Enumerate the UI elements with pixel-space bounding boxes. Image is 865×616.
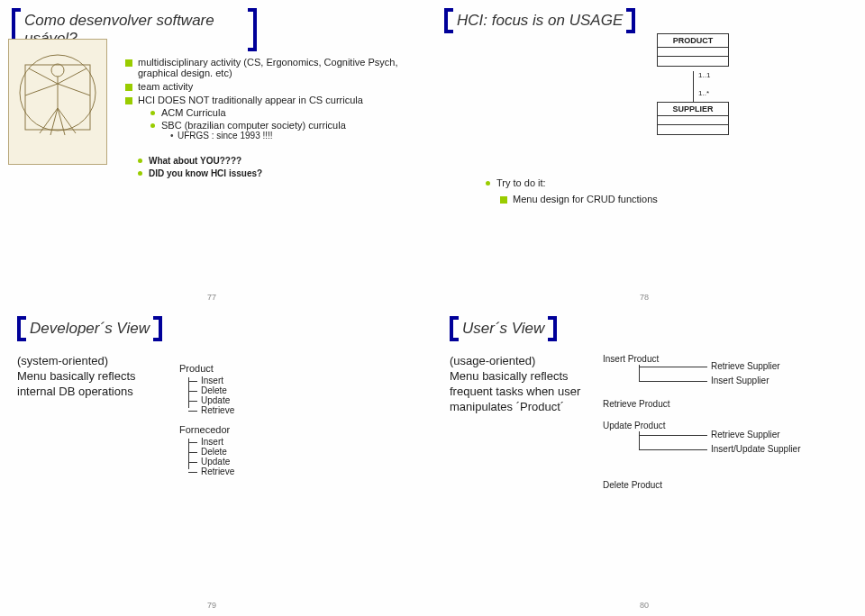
tree-node: Update Product	[603, 421, 666, 430]
tree-line	[639, 367, 707, 367]
tree-node: Retrieve Supplier	[711, 361, 780, 371]
svg-point-2	[51, 64, 64, 77]
svg-line-5	[58, 68, 86, 84]
tree-node: Retrieve Supplier	[711, 430, 780, 439]
svg-line-10	[50, 108, 58, 135]
tree-root: Fornecedor	[179, 424, 234, 435]
bullet-text: UFRGS : since 1993 !!!!	[178, 131, 273, 140]
slide-4: User´s View (usage-oriented) Menu basica…	[432, 308, 865, 616]
slide-3: Developer´s View (system-oriented) Menu …	[0, 308, 432, 616]
slide-title: HCI: focus is on USAGE	[450, 12, 630, 30]
tree-node: Insert Supplier	[711, 376, 769, 385]
tree-node: Retrieve Product	[603, 399, 669, 409]
bullet-text: multidisciplinary activity (CS, Ergonomi…	[138, 57, 398, 78]
menu-tree: Insert Product Retrieve Supplier Insert …	[603, 354, 837, 516]
bullet-text: SBC (brazilian computer society) curricu…	[161, 120, 346, 131]
bullet-item: HCI DOES NOT traditionally appear in CS …	[125, 95, 415, 140]
tree-node: Retrieve	[188, 405, 234, 415]
page-number: 78	[640, 293, 649, 302]
svg-line-11	[58, 108, 65, 135]
bullet-item: UFRGS : since 1993 !!!!	[170, 131, 415, 140]
bullet-text: Menu design for CRUD functions	[513, 194, 658, 204]
bullet-text: team activity	[138, 81, 193, 92]
svg-line-6	[25, 84, 58, 95]
tree-line	[639, 449, 707, 450]
tree-root: Product	[179, 363, 234, 374]
bullet-item: team activity	[125, 81, 415, 92]
bullet-text: Try to do it:	[496, 177, 546, 188]
bracket-right	[626, 8, 635, 33]
bullet-item: SBC (brazilian computer society) curricu…	[150, 120, 415, 140]
slide-2: HCI: focus is on USAGE PRODUCT 1..1 1..*…	[432, 0, 865, 308]
uml-class-name: PRODUCT	[658, 34, 728, 48]
uml-supplier-box: SUPPLIER	[657, 102, 729, 135]
menu-tree: Product Insert Delete Update Retrieve Fo…	[179, 363, 234, 476]
tree-line	[639, 381, 707, 382]
bracket-right	[248, 8, 257, 51]
tree-node: Retrieve	[188, 467, 234, 476]
bullet-list: multidisciplinary activity (CS, Ergonomi…	[125, 57, 415, 140]
page-number: 79	[207, 601, 216, 610]
bullet-text: DID you know HCI issues?	[149, 168, 262, 178]
tree-node: Insert	[188, 376, 234, 385]
uml-association-line	[693, 71, 694, 102]
uml-cardinality: 1..1	[698, 71, 710, 79]
bullet-item: Try to do it: Menu design for CRUD funct…	[486, 177, 848, 204]
tree-node: Delete	[188, 447, 234, 457]
tree-node: Update	[188, 395, 234, 405]
bullet-text: ACM Curricula	[161, 107, 226, 118]
bracket-left	[444, 8, 453, 33]
svg-line-7	[58, 84, 90, 95]
vitruvian-icon	[13, 43, 103, 160]
tree-node: Delete Product	[603, 480, 662, 490]
slide-1: Como desenvolver software usável? multid…	[0, 0, 432, 308]
tree-line	[639, 435, 707, 436]
page-number: 77	[207, 293, 216, 302]
uml-class-name: SUPPLIER	[658, 103, 728, 116]
bullet-item: multidisciplinary activity (CS, Ergonomi…	[125, 57, 415, 78]
description-text: (usage-oriented) Menu basically reflects…	[450, 354, 594, 415]
tree-node: Insert	[188, 437, 234, 447]
bullet-item: Menu design for CRUD functions	[500, 194, 848, 204]
bracket-right	[548, 316, 557, 341]
vitruvian-image	[8, 39, 107, 165]
bullet-item: DID you know HCI issues?	[138, 168, 415, 178]
description-text: (system-oriented) Menu basically reflect…	[17, 354, 170, 400]
uml-cardinality: 1..*	[698, 89, 709, 97]
tree-node: Delete	[188, 385, 234, 395]
slide-title: User´s View	[455, 320, 551, 338]
svg-line-4	[29, 68, 58, 84]
tree-node: Update	[188, 457, 234, 467]
title-wrap: Developer´s View	[23, 320, 157, 338]
bracket-right	[153, 316, 162, 341]
bullet-text: HCI DOES NOT traditionally appear in CS …	[138, 95, 363, 105]
title-wrap: HCI: focus is on USAGE	[450, 12, 630, 30]
page-number: 80	[640, 601, 649, 610]
tree-line	[639, 431, 640, 449]
slide-title: Developer´s View	[23, 320, 157, 338]
bracket-left	[17, 316, 26, 341]
title-wrap: User´s View	[455, 320, 551, 338]
bullet-item: ACM Curricula	[150, 107, 415, 118]
bullet-item: What about YOU????	[138, 155, 415, 166]
uml-diagram: PRODUCT 1..1 1..* SUPPLIER	[657, 33, 848, 168]
bullet-text: What about YOU????	[149, 156, 241, 166]
tree-node: Insert Product	[603, 354, 659, 364]
bracket-left	[450, 316, 459, 341]
tree-node: Insert/Update Supplier	[711, 444, 801, 454]
uml-product-box: PRODUCT	[657, 33, 729, 67]
try-list: Try to do it: Menu design for CRUD funct…	[486, 177, 848, 204]
